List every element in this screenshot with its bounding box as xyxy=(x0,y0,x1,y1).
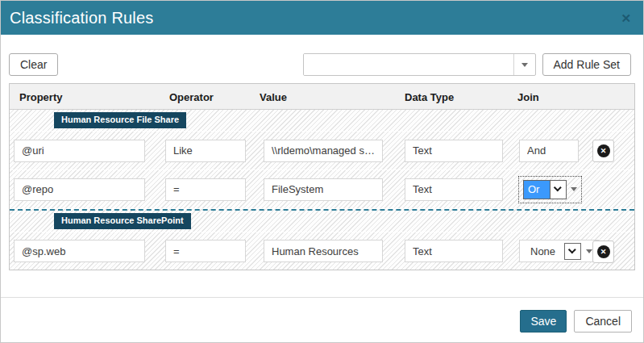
rule-row-uri: ✕ xyxy=(10,132,634,170)
value-input[interactable] xyxy=(264,140,383,162)
join-select-value: Or xyxy=(524,181,550,199)
combobox-dropdown-button[interactable] xyxy=(513,54,535,75)
table-body: Human Resource File Share ✕ O xyxy=(10,110,634,270)
group-badge: Human Resource SharePoint xyxy=(54,213,191,228)
join-select[interactable]: Or xyxy=(523,180,567,199)
operator-input[interactable] xyxy=(165,140,246,162)
join-input[interactable] xyxy=(519,140,579,162)
data-type-input[interactable] xyxy=(405,240,503,262)
ruleset-combobox-input[interactable] xyxy=(304,54,513,75)
footer: Save Cancel xyxy=(1,298,643,333)
grid-dropdown-arrow-icon[interactable] xyxy=(571,187,577,191)
toolbar-right-group: Add Rule Set xyxy=(303,53,632,76)
property-input[interactable] xyxy=(14,240,145,262)
group-badge: Human Resource File Share xyxy=(54,112,186,128)
join-select-value: None xyxy=(526,245,559,257)
join-select-editor-focused[interactable]: Or xyxy=(519,177,581,203)
delete-rule-button[interactable]: ✕ xyxy=(592,140,614,162)
cancel-button[interactable]: Cancel xyxy=(574,310,632,333)
property-input[interactable] xyxy=(14,140,145,162)
delete-icon: ✕ xyxy=(597,144,610,157)
column-header-property: Property xyxy=(19,91,62,103)
data-type-input[interactable] xyxy=(405,140,503,162)
rule-row-repo: Or xyxy=(10,170,634,209)
chevron-down-icon xyxy=(568,245,576,253)
table-header-row: Property Operator Value Data Type Join xyxy=(10,84,634,110)
column-header-join: Join xyxy=(517,91,539,103)
toolbar: Clear Add Rule Set xyxy=(9,53,631,76)
classification-rules-dialog: Classification Rules ✕ Clear Add Rule Se… xyxy=(0,0,644,343)
group-row-file-share: Human Resource File Share xyxy=(10,110,634,132)
dialog-title: Classification Rules xyxy=(10,9,154,27)
close-icon[interactable]: ✕ xyxy=(621,12,631,24)
column-header-operator: Operator xyxy=(169,91,214,103)
chevron-down-icon xyxy=(554,183,562,191)
column-header-value: Value xyxy=(260,91,287,103)
grid-dropdown-arrow-icon[interactable] xyxy=(586,249,592,253)
chevron-down-icon xyxy=(521,63,528,67)
value-input[interactable] xyxy=(264,178,383,201)
property-input[interactable] xyxy=(14,178,145,201)
column-header-data-type: Data Type xyxy=(405,91,454,103)
ruleset-combobox[interactable] xyxy=(303,53,536,76)
add-rule-set-button[interactable]: Add Rule Set xyxy=(542,53,632,76)
select-chevron-button[interactable] xyxy=(550,181,566,199)
value-input[interactable] xyxy=(264,240,383,262)
operator-input[interactable] xyxy=(165,178,246,201)
delete-rule-button[interactable]: ✕ xyxy=(592,241,614,263)
delete-icon: ✕ xyxy=(597,245,610,258)
clear-button[interactable]: Clear xyxy=(9,53,58,76)
dialog-titlebar: Classification Rules ✕ xyxy=(1,1,643,35)
select-chevron-button[interactable] xyxy=(565,244,580,259)
save-button[interactable]: Save xyxy=(520,310,567,333)
rule-row-sp-web: None ✕ xyxy=(10,232,634,270)
rules-table: Property Operator Value Data Type Join H… xyxy=(9,83,635,270)
data-type-input[interactable] xyxy=(405,178,503,201)
group-row-sharepoint: Human Resource SharePoint xyxy=(10,211,634,232)
operator-input[interactable] xyxy=(165,240,246,262)
join-select-editor[interactable]: None xyxy=(519,240,599,262)
join-select[interactable] xyxy=(564,243,581,260)
